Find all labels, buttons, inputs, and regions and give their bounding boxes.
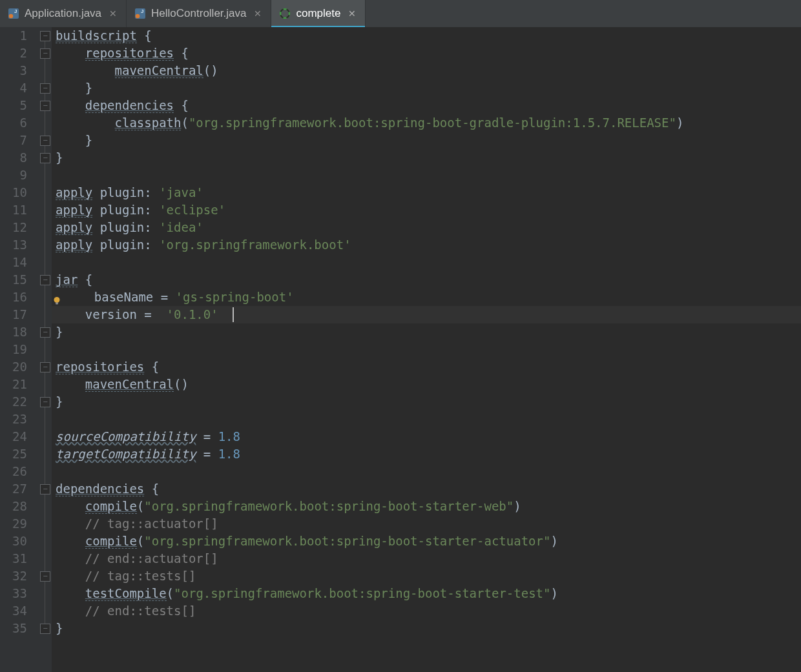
svg-point-8 [54, 297, 60, 303]
code-line[interactable]: // end::tests[] [52, 602, 801, 620]
fold-close-icon[interactable]: − [40, 153, 50, 163]
code-token: ( [137, 499, 144, 513]
code-token [56, 516, 85, 531]
code-token: } [56, 133, 92, 147]
fold-close-icon[interactable]: − [40, 571, 50, 582]
fold-open-icon[interactable]: − [40, 48, 50, 59]
fold-close-icon[interactable]: − [40, 624, 50, 634]
code-token: } [56, 150, 63, 165]
code-line[interactable]: } [52, 149, 801, 167]
fold-close-icon[interactable]: − [40, 83, 50, 94]
java-file-icon: J [8, 8, 19, 19]
fold-open-icon[interactable]: − [40, 101, 50, 111]
fold-open-icon[interactable]: − [40, 484, 50, 494]
tab-bar: JApplication.java✕JHelloController.java✕… [0, 0, 801, 28]
close-tab-icon[interactable]: ✕ [254, 8, 262, 19]
close-tab-icon[interactable]: ✕ [348, 8, 356, 19]
code-token: "org.springframework.boot:spring-boot-gr… [189, 116, 676, 130]
fold-close-icon[interactable]: − [40, 136, 50, 146]
line-number: 11 [0, 201, 27, 219]
code-line[interactable]: // tag::actuator[] [52, 515, 801, 533]
fold-close-icon[interactable]: − [40, 397, 50, 407]
code-token [56, 46, 85, 60]
code-line[interactable]: compile("org.springframework.boot:spring… [52, 498, 801, 515]
fold-open-icon[interactable]: − [40, 31, 50, 41]
line-number: 22 [0, 393, 27, 411]
code-line[interactable]: dependencies { [52, 97, 801, 114]
code-token: } [56, 621, 63, 635]
code-line[interactable]: dependencies { [52, 480, 801, 498]
code-token: () [174, 377, 189, 391]
code-line[interactable]: mavenCentral() [52, 62, 801, 79]
code-line[interactable]: jar { [52, 271, 801, 289]
code-token: baseName = [65, 290, 176, 304]
code-line[interactable]: buildscript { [52, 27, 801, 45]
code-line[interactable]: apply plugin: 'eclipse' [52, 201, 801, 219]
line-number: 27 [0, 480, 27, 498]
code-token: dependencies [85, 98, 174, 113]
code-line[interactable]: sourceCompatibility = 1.8 [52, 428, 801, 445]
code-token: "org.springframework.boot:spring-boot-st… [144, 499, 514, 513]
editor-tab-1[interactable]: JHelloController.java✕ [127, 0, 271, 27]
fold-close-icon[interactable]: − [40, 327, 50, 338]
code-line[interactable]: apply plugin: 'idea' [52, 219, 801, 236]
intention-bulb-icon[interactable] [52, 293, 62, 303]
code-line[interactable] [52, 463, 801, 480]
code-token: ( [167, 586, 174, 600]
tab-label: HelloController.java [151, 7, 246, 20]
code-line[interactable]: } [52, 132, 801, 149]
code-token: 'eclipse' [159, 203, 225, 217]
line-number: 32 [0, 567, 27, 585]
fold-open-icon[interactable]: − [40, 275, 50, 285]
code-line[interactable]: repositories { [52, 45, 801, 62]
code-line[interactable]: baseName = 'gs-spring-boot' [52, 289, 801, 306]
line-number: 3 [0, 62, 27, 79]
code-line[interactable]: apply plugin: 'java' [52, 184, 801, 201]
code-line[interactable] [52, 341, 801, 358]
code-line[interactable]: } [52, 79, 801, 97]
code-line[interactable] [52, 254, 801, 271]
code-token: { [137, 28, 152, 43]
svg-text:J: J [141, 8, 143, 14]
fold-gutter[interactable]: −−−−−−−−−−−−− [39, 27, 52, 672]
code-line[interactable]: compile("org.springframework.boot:spring… [52, 533, 801, 550]
code-token [56, 586, 85, 600]
svg-rect-9 [56, 302, 58, 304]
code-line[interactable]: testCompile("org.springframework.boot:sp… [52, 585, 801, 602]
editor-tab-2[interactable]: complete✕ [271, 0, 366, 27]
code-token: = [196, 429, 218, 443]
code-token: { [174, 98, 189, 112]
code-line[interactable]: apply plugin: 'org.springframework.boot' [52, 236, 801, 254]
code-line[interactable]: } [52, 620, 801, 637]
line-number: 26 [0, 463, 27, 480]
code-token [56, 604, 85, 618]
code-line[interactable]: } [52, 323, 801, 341]
code-token: ) [514, 499, 521, 513]
line-number: 4 [0, 79, 27, 97]
fold-open-icon[interactable]: − [40, 362, 50, 372]
code-line[interactable]: classpath("org.springframework.boot:spri… [52, 114, 801, 132]
code-line[interactable]: // tag::tests[] [52, 567, 801, 585]
code-token: apply [56, 185, 92, 200]
code-token [56, 116, 115, 130]
code-token: '0.1.0' [167, 307, 218, 321]
code-line[interactable]: mavenCentral() [52, 376, 801, 393]
code-line[interactable]: version = '0.1.0' [52, 306, 801, 323]
code-editor[interactable]: 1234567891011121314151617181920212223242… [0, 27, 801, 672]
code-line[interactable]: // end::actuator[] [52, 550, 801, 567]
code-line[interactable]: repositories { [52, 358, 801, 376]
editor-tab-0[interactable]: JApplication.java✕ [0, 0, 127, 27]
code-area[interactable]: buildscript { repositories { mavenCentra… [52, 27, 801, 672]
code-token: apply [56, 220, 92, 235]
code-token: 'gs-spring-boot' [176, 290, 294, 304]
close-tab-icon[interactable]: ✕ [109, 8, 117, 19]
code-line[interactable] [52, 167, 801, 184]
code-line[interactable] [52, 411, 801, 428]
code-token: targetCompatibility [56, 447, 196, 461]
code-token [56, 499, 85, 513]
code-token: plugin: [92, 203, 159, 217]
code-line[interactable]: targetCompatibility = 1.8 [52, 445, 801, 463]
code-token: repositories [85, 46, 174, 61]
code-line[interactable]: } [52, 393, 801, 411]
code-token: // end::tests[] [85, 604, 196, 618]
